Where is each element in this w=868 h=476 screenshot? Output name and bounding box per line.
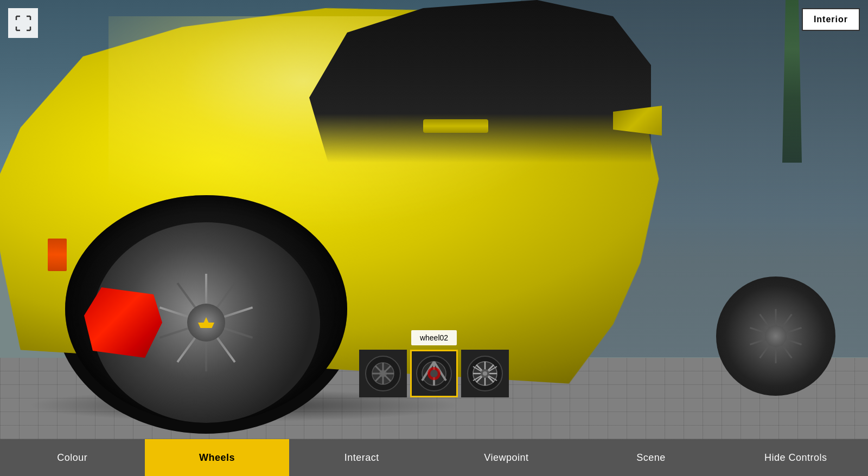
interior-button[interactable]: Interior bbox=[802, 8, 860, 31]
nav-hide-controls[interactable]: Hide Controls bbox=[723, 439, 868, 476]
nav-scene[interactable]: Scene bbox=[579, 439, 724, 476]
wheel-selector: wheel02 bbox=[359, 330, 509, 397]
wheel-icon-1 bbox=[364, 355, 402, 393]
wheel-icon-2 bbox=[415, 355, 453, 393]
nav-colour[interactable]: Colour bbox=[0, 439, 145, 476]
wheel-icon-3 bbox=[466, 355, 504, 393]
svg-point-21 bbox=[430, 370, 438, 377]
wheel-options bbox=[359, 350, 509, 397]
expand-icon bbox=[15, 15, 31, 31]
rear-tail-light bbox=[48, 239, 67, 271]
nav-viewpoint[interactable]: Viewpoint bbox=[434, 439, 579, 476]
top-controls: Interior bbox=[0, 0, 868, 46]
wheel-option-1[interactable] bbox=[359, 350, 407, 397]
svg-point-31 bbox=[483, 371, 487, 376]
nav-interact[interactable]: Interact bbox=[289, 439, 434, 476]
main-viewport: YOKOHAMA bbox=[0, 0, 868, 476]
wheel-option-3[interactable] bbox=[461, 350, 509, 397]
bottom-nav: Colour Wheels Interact Viewpoint Scene H… bbox=[0, 439, 868, 476]
nav-wheels[interactable]: Wheels bbox=[145, 439, 290, 476]
car-door-detail bbox=[423, 119, 488, 133]
expand-button[interactable] bbox=[8, 8, 38, 38]
wheel-option-2[interactable] bbox=[410, 350, 458, 397]
rear-wheel-visible bbox=[716, 276, 835, 396]
wheel-tooltip: wheel02 bbox=[411, 330, 457, 345]
